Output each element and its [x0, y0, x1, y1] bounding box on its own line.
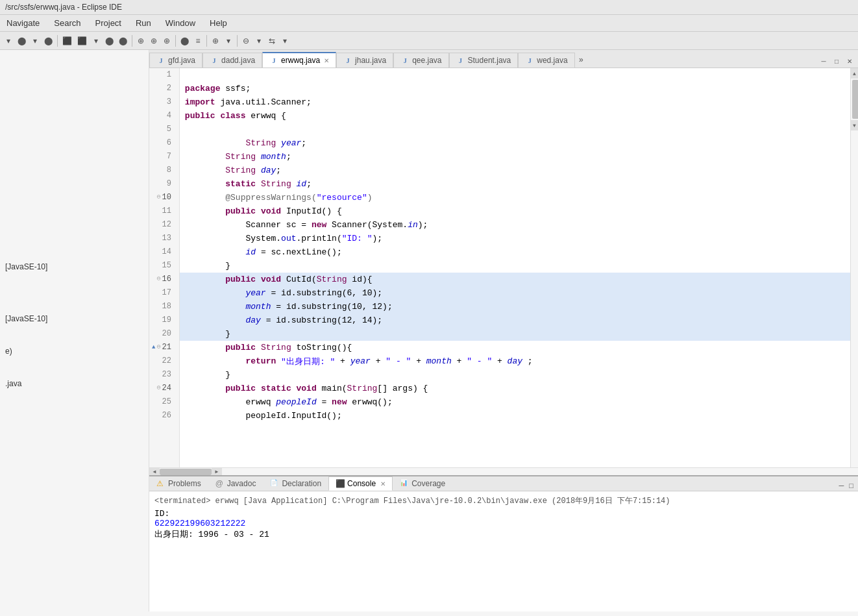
ln-26: 26	[152, 409, 174, 423]
toolbar-btn-17[interactable]: ⊖	[240, 35, 252, 47]
console-output: <terminated> erwwq [Java Application] C:…	[149, 491, 858, 611]
declaration-icon: 📄	[270, 479, 279, 488]
menu-navigate[interactable]: Navigate	[0, 16, 46, 30]
bottom-tab-coverage[interactable]: 📊 Coverage	[393, 476, 452, 491]
scrollbar-up-btn[interactable]: ▲	[851, 68, 858, 79]
ln-5: 5	[152, 123, 174, 136]
horizontal-scrollbar[interactable]: ◀ ▶	[149, 467, 858, 475]
toolbar-btn-1[interactable]: ▾	[3, 35, 14, 47]
toolbar-btn-15[interactable]: ⊕	[210, 35, 221, 47]
ln-6: 6	[152, 136, 174, 150]
bottom-tab-javadoc[interactable]: @ Javadoc	[208, 476, 264, 491]
menu-bar: Navigate Search Project Run Window Help	[0, 15, 858, 32]
code-line-5	[180, 123, 850, 136]
sidebar: [JavaSE-10] [JavaSE-10] e) .java	[0, 50, 149, 611]
panel-minimize-btn[interactable]: ─	[837, 480, 846, 491]
menu-window[interactable]: Window	[159, 16, 202, 30]
code-line-14: id = sc.nextLine();	[180, 245, 850, 259]
toolbar-btn-13[interactable]: ⬤	[178, 35, 191, 47]
toolbar-btn-18[interactable]: ▾	[253, 35, 265, 47]
scrollbar-thumb[interactable]	[852, 80, 858, 119]
ln-13: 13	[152, 232, 174, 245]
menu-project[interactable]: Project	[89, 16, 128, 30]
console-tab-close[interactable]: ✕	[380, 480, 386, 487]
code-line-23: }	[180, 368, 850, 382]
line-numbers: 1 2 3 4 5 6 7 8 9 ⊖10 11 12 13 14 15 ⊖16…	[149, 68, 180, 467]
problems-icon: ⚠	[156, 479, 165, 488]
code-content[interactable]: package ssfs; import java.util.Scanner; …	[180, 68, 850, 467]
code-line-25: erwwq peopleId = new erwwq();	[180, 395, 850, 409]
bottom-tab-declaration-label: Declaration	[282, 479, 321, 488]
toolbar-btn-16[interactable]: ▾	[223, 35, 234, 47]
toolbar-btn-5[interactable]: ⬛	[60, 35, 74, 47]
menu-help[interactable]: Help	[203, 16, 234, 30]
tab-erwwq[interactable]: J erwwq.java ✕	[262, 52, 336, 68]
h-scrollbar-thumb[interactable]	[160, 469, 212, 475]
toolbar-btn-8[interactable]: ⬤	[103, 35, 116, 47]
toolbar-btn-7[interactable]: ▾	[90, 35, 102, 47]
ln-17: 17	[152, 286, 174, 300]
tab-icon-gfd: J	[156, 56, 165, 65]
code-line-11: public void InputId() {	[180, 204, 850, 218]
bottom-tab-problems-label: Problems	[168, 479, 201, 488]
toolbar-sep-1	[57, 35, 58, 47]
toolbar: ▾ ⬤ ▾ ⬤ ⬛ ⬛ ▾ ⬤ ⬤ ⊕ ⊕ ⊕ ⬤ ≡ ⊕ ▾ ⊖ ▾ ⇆ ▾	[0, 32, 858, 50]
sidebar-item-java[interactable]: .java	[0, 377, 149, 390]
h-scrollbar-right-btn[interactable]: ▶	[212, 468, 222, 475]
toolbar-btn-20[interactable]: ▾	[279, 35, 291, 47]
tab-wed[interactable]: J wed.java	[518, 53, 574, 68]
console-output-line: 出身日期: 1996 - 03 - 21	[154, 528, 853, 540]
toolbar-sep-2	[132, 35, 132, 47]
bottom-panel: ⚠ Problems @ Javadoc 📄 Declaration ⬛ Con…	[149, 475, 858, 611]
console-id-value-line: 622922199603212222	[154, 519, 853, 528]
panel-controls: ─ □	[837, 480, 858, 491]
panel-maximize-btn[interactable]: □	[847, 480, 855, 491]
ln-4: 4	[152, 109, 174, 123]
bottom-tab-console-label: Console	[347, 479, 376, 488]
editor-tab-bar: J gfd.java J dadd.java J erwwq.java ✕ J …	[149, 50, 858, 68]
bottom-tab-problems[interactable]: ⚠ Problems	[149, 476, 208, 491]
tab-gfd[interactable]: J gfd.java	[149, 53, 202, 68]
toolbar-btn-3[interactable]: ▾	[29, 35, 41, 47]
code-line-13: System.out.println("ID: ");	[180, 232, 850, 245]
editor-area: J gfd.java J dadd.java J erwwq.java ✕ J …	[149, 50, 858, 611]
toolbar-btn-19[interactable]: ⇆	[266, 35, 278, 47]
toolbar-btn-11[interactable]: ⊕	[148, 35, 160, 47]
h-scrollbar-left-btn[interactable]: ◀	[149, 468, 160, 475]
toolbar-btn-12[interactable]: ⊕	[161, 35, 173, 47]
sidebar-item-javasE10-1[interactable]: [JavaSE-10]	[0, 260, 149, 273]
editor-maximize-btn[interactable]: □	[831, 56, 842, 66]
ln-24: ⊖24	[152, 382, 174, 395]
toolbar-btn-6[interactable]: ⬛	[75, 35, 89, 47]
editor-minimize-btn[interactable]: ─	[818, 56, 829, 66]
toolbar-sep-5	[237, 35, 238, 47]
tab-qee[interactable]: J qee.java	[393, 53, 448, 68]
tab-overflow[interactable]: »	[575, 53, 587, 68]
vertical-scrollbar[interactable]: ▲ ▼	[850, 68, 858, 467]
code-line-2: package ssfs;	[180, 82, 850, 95]
editor-close-btn[interactable]: ✕	[844, 56, 855, 66]
toolbar-btn-9[interactable]: ⬤	[117, 35, 129, 47]
tab-icon-dadd: J	[210, 56, 219, 65]
toolbar-btn-10[interactable]: ⊕	[135, 35, 147, 47]
console-id-line: ID:	[154, 509, 853, 519]
code-line-1	[180, 68, 850, 82]
toolbar-btn-4[interactable]: ⬤	[42, 35, 55, 47]
toolbar-btn-14[interactable]: ≡	[192, 35, 204, 47]
sidebar-item-javasE10-2[interactable]: [JavaSE-10]	[0, 312, 149, 325]
bottom-tab-console[interactable]: ⬛ Console ✕	[328, 476, 393, 491]
toolbar-btn-2[interactable]: ⬤	[16, 35, 28, 47]
scrollbar-down-btn[interactable]: ▼	[851, 120, 858, 130]
code-line-12: Scanner sc = new Scanner(System.in);	[180, 218, 850, 232]
sidebar-item-e[interactable]: e)	[0, 345, 149, 358]
tab-jhau[interactable]: J jhau.java	[336, 53, 393, 68]
tab-student[interactable]: J Student.java	[449, 53, 519, 68]
tab-label-dadd: dadd.java	[221, 56, 255, 65]
menu-search[interactable]: Search	[47, 16, 87, 30]
ln-14: 14	[152, 245, 174, 259]
tab-dadd[interactable]: J dadd.java	[202, 53, 262, 68]
ln-12: 12	[152, 218, 174, 232]
bottom-tab-declaration[interactable]: 📄 Declaration	[263, 476, 328, 491]
tab-close-erwwq[interactable]: ✕	[324, 57, 329, 64]
menu-run[interactable]: Run	[129, 16, 158, 30]
